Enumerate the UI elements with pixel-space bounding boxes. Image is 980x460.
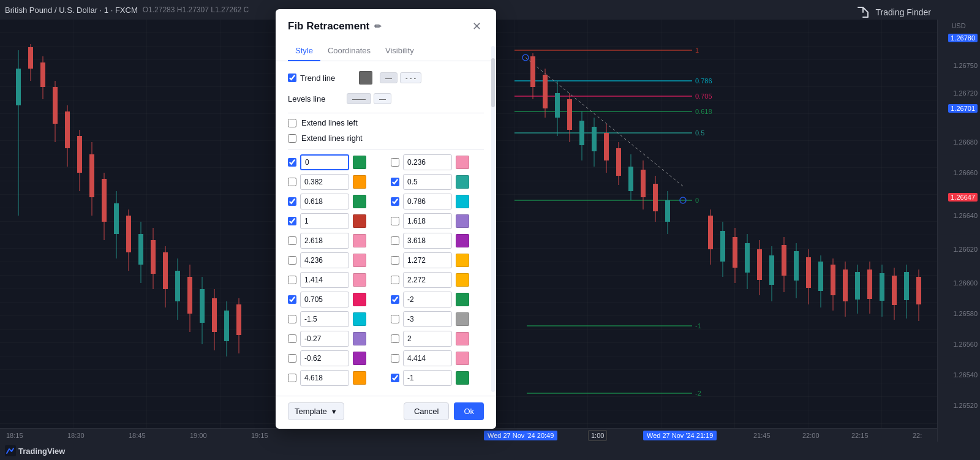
level-14-input[interactable] bbox=[300, 292, 349, 307]
levels-solid-btn[interactable]: —— bbox=[347, 93, 371, 104]
level-5-check[interactable] bbox=[391, 197, 399, 206]
level-3-color[interactable] bbox=[456, 175, 469, 189]
level-15-color[interactable] bbox=[456, 293, 469, 306]
level-0-check[interactable] bbox=[288, 158, 296, 167]
price-11: 1.26520 bbox=[953, 402, 978, 409]
extend-left-checkbox[interactable] bbox=[288, 119, 296, 127]
level-18-check[interactable] bbox=[288, 334, 296, 343]
level-21-input[interactable] bbox=[403, 350, 452, 366]
level-16-input[interactable] bbox=[300, 311, 349, 327]
tab-style[interactable]: Style bbox=[288, 41, 320, 61]
level-item-12 bbox=[288, 272, 381, 288]
level-item-6 bbox=[288, 213, 381, 229]
level-21-color[interactable] bbox=[456, 352, 469, 365]
level-10-check[interactable] bbox=[288, 256, 296, 265]
level-7-check[interactable] bbox=[391, 217, 399, 225]
level-2-input[interactable] bbox=[300, 174, 349, 190]
level-12-input[interactable] bbox=[300, 272, 349, 288]
level-23-color[interactable] bbox=[456, 371, 469, 385]
level-10-input[interactable] bbox=[300, 252, 349, 268]
scrollbar-thumb[interactable] bbox=[491, 58, 495, 107]
level-17-check[interactable] bbox=[391, 315, 399, 323]
level-12-color[interactable] bbox=[353, 273, 366, 287]
cancel-button[interactable]: Cancel bbox=[404, 402, 449, 420]
level-11-check[interactable] bbox=[391, 256, 399, 265]
level-16-check[interactable] bbox=[288, 315, 296, 323]
level-11-input[interactable] bbox=[403, 252, 452, 268]
level-20-check[interactable] bbox=[288, 354, 296, 363]
level-1-check[interactable] bbox=[391, 158, 399, 167]
level-17-input[interactable] bbox=[403, 311, 452, 327]
level-13-color[interactable] bbox=[456, 273, 469, 287]
level-16-color[interactable] bbox=[353, 312, 366, 326]
solid-line-btn[interactable]: — bbox=[380, 72, 398, 83]
level-0-color[interactable] bbox=[353, 156, 366, 169]
svg-rect-26 bbox=[138, 234, 143, 265]
level-2-check[interactable] bbox=[288, 178, 296, 186]
template-button[interactable]: Template ▼ bbox=[288, 402, 344, 420]
level-6-check[interactable] bbox=[288, 217, 296, 225]
level-15-check[interactable] bbox=[391, 295, 399, 304]
level-19-check[interactable] bbox=[391, 334, 399, 343]
level-10-color[interactable] bbox=[353, 254, 366, 267]
tab-coordinates[interactable]: Coordinates bbox=[320, 41, 378, 61]
level-1-input[interactable] bbox=[403, 154, 452, 170]
level-4-input[interactable] bbox=[300, 194, 349, 209]
level-19-color[interactable] bbox=[456, 332, 469, 345]
level-3-check[interactable] bbox=[391, 178, 399, 186]
edit-icon[interactable]: ✏ bbox=[374, 21, 382, 31]
level-14-check[interactable] bbox=[288, 295, 296, 304]
level-13-check[interactable] bbox=[391, 276, 399, 284]
level-13-input[interactable] bbox=[403, 272, 452, 288]
level-18-input[interactable] bbox=[300, 331, 349, 347]
level-11-color[interactable] bbox=[456, 254, 469, 267]
level-5-color[interactable] bbox=[456, 195, 469, 208]
levels-line-style: —— — bbox=[347, 93, 391, 104]
level-9-color[interactable] bbox=[456, 234, 469, 247]
level-22-input[interactable] bbox=[300, 370, 349, 386]
level-9-input[interactable] bbox=[403, 233, 452, 249]
scrollbar-track[interactable] bbox=[491, 46, 495, 392]
level-15-input[interactable] bbox=[403, 292, 452, 307]
trend-line-color[interactable] bbox=[359, 71, 372, 85]
level-9-check[interactable] bbox=[391, 236, 399, 245]
level-7-color[interactable] bbox=[456, 214, 469, 228]
level-1-color[interactable] bbox=[456, 156, 469, 169]
level-3-input[interactable] bbox=[403, 174, 452, 190]
level-18-color[interactable] bbox=[353, 332, 366, 345]
ok-button[interactable]: Ok bbox=[454, 402, 484, 420]
tab-visibility[interactable]: Visibility bbox=[378, 41, 421, 61]
level-4-color[interactable] bbox=[353, 195, 366, 208]
level-20-color[interactable] bbox=[353, 352, 366, 365]
level-4-check[interactable] bbox=[288, 197, 296, 206]
svg-rect-113 bbox=[867, 270, 872, 299]
level-20-input[interactable] bbox=[300, 350, 349, 366]
level-8-check[interactable] bbox=[288, 236, 296, 245]
level-19-input[interactable] bbox=[403, 331, 452, 347]
level-0-input[interactable] bbox=[300, 154, 349, 170]
level-22-check[interactable] bbox=[288, 374, 296, 382]
svg-rect-67 bbox=[555, 93, 560, 118]
level-2-color[interactable] bbox=[353, 175, 366, 189]
level-12-check[interactable] bbox=[288, 276, 296, 284]
trend-line-checkbox[interactable] bbox=[288, 74, 296, 82]
level-8-input[interactable] bbox=[300, 233, 349, 249]
level-14-color[interactable] bbox=[353, 293, 366, 306]
dashed-line-btn[interactable]: - - - bbox=[400, 72, 421, 83]
svg-rect-38 bbox=[212, 298, 217, 332]
level-6-input[interactable] bbox=[300, 213, 349, 229]
level-6-color[interactable] bbox=[353, 214, 366, 228]
level-23-input[interactable] bbox=[403, 370, 452, 386]
level-23-check[interactable] bbox=[391, 374, 399, 382]
extend-right-checkbox[interactable] bbox=[288, 134, 296, 143]
level-8-color[interactable] bbox=[353, 234, 366, 247]
level-17-color[interactable] bbox=[456, 312, 469, 326]
level-22-color[interactable] bbox=[353, 371, 366, 385]
svg-text:0.705: 0.705 bbox=[695, 92, 712, 100]
level-21-check[interactable] bbox=[391, 354, 399, 363]
level-5-input[interactable] bbox=[403, 194, 452, 209]
levels-dash-btn[interactable]: — bbox=[374, 93, 391, 104]
level-7-input[interactable] bbox=[403, 213, 452, 229]
close-button[interactable]: ✕ bbox=[469, 19, 484, 34]
time-highlight-1: Wed 27 Nov '24 20:49 bbox=[484, 431, 557, 440]
